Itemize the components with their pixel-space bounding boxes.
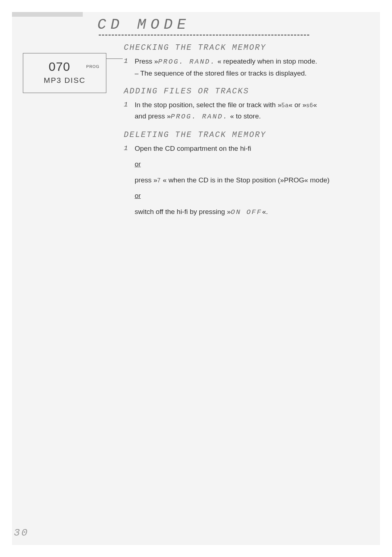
button-label-on-off: ON OFF (231, 208, 262, 216)
or-separator: or (135, 190, 141, 201)
line: press »7 « when the CD is in the Stop po… (135, 175, 356, 185)
page-number: 30 (14, 527, 29, 538)
text: « when the CD is in the Stop position (»… (163, 176, 330, 184)
page-heading: CD MODE (97, 16, 190, 33)
text: « to store. (230, 112, 261, 120)
content-column: CHECKING THE TRACK MEMORY 1 Press »PROG.… (124, 43, 356, 218)
step-number: 1 (124, 143, 135, 154)
step-body: Open the CD compartment on the hi-fi (135, 143, 356, 154)
text: In the stop position, select the file or… (135, 101, 281, 109)
key-label: 7 (157, 177, 161, 183)
text: « repeatedly when in stop mode. (217, 57, 317, 65)
add-step-1: 1 In the stop position, select the file … (124, 100, 356, 122)
text: and press » (135, 112, 171, 120)
text: press » (135, 176, 157, 184)
step-body: Press »PROG. RAND. « repeatedly when in … (135, 56, 356, 79)
text: « (313, 101, 317, 109)
check-step-1: 1 Press »PROG. RAND. « repeatedly when i… (124, 56, 356, 79)
step-number: 1 (124, 56, 135, 79)
del-continuation: or press »7 « when the CD is in the Stop… (135, 154, 356, 218)
key-label: 5a (281, 102, 289, 108)
page-heading-row: CD MODE (97, 16, 380, 36)
lcd-subtitle: MP3 DISC (23, 76, 106, 85)
section-title-deleting: DELETING THE TRACK MEMORY (124, 130, 356, 140)
text: – The sequence of the stored files or tr… (135, 68, 356, 78)
or-separator: or (135, 159, 141, 169)
lcd-display: 070 PROG MP3 DISC (23, 53, 106, 93)
section-title-adding: ADDING FILES OR TRACKS (124, 87, 356, 96)
section-title-checking: CHECKING THE TRACK MEMORY (124, 43, 356, 52)
text: « or » (289, 101, 306, 109)
key-label: s6 (306, 102, 313, 108)
line: and press »PROG. RAND. « to store. (135, 111, 356, 122)
del-step-1: 1 Open the CD compartment on the hi-fi (124, 143, 356, 154)
step-body: In the stop position, select the file or… (135, 100, 356, 122)
page: CD MODE 070 PROG MP3 DISC CHECKING THE T… (12, 12, 380, 545)
lcd-number: 070 (49, 60, 70, 74)
text: switch off the hi-fi by pressing » (135, 208, 231, 215)
text: «. (262, 208, 268, 215)
heading-rule (99, 35, 309, 36)
button-label-prog-rand: PROG. RAND. (171, 113, 228, 121)
display-leader-line (106, 58, 123, 59)
left-tab (12, 12, 83, 17)
button-label-prog-rand: PROG. RAND. (158, 58, 215, 66)
text: Open the CD compartment on the hi-fi (135, 145, 251, 152)
text: Press » (135, 57, 158, 65)
lcd-prog-label: PROG (86, 64, 99, 69)
line: switch off the hi-fi by pressing »ON OFF… (135, 206, 356, 218)
step-number: 1 (124, 100, 135, 122)
